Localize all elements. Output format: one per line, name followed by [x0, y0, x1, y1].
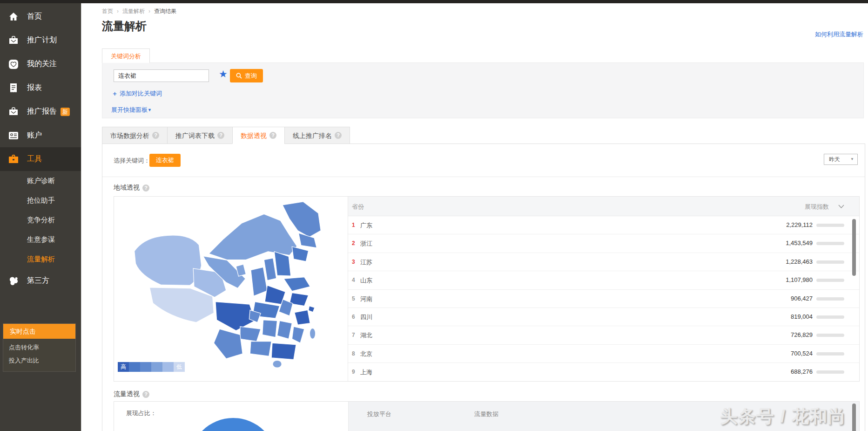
province-shape[interactable]	[251, 267, 267, 296]
question-icon[interactable]: ?	[269, 132, 276, 139]
breadcrumb-separator-icon: ›	[148, 8, 150, 14]
traffic-data-column-header: 流量数据	[474, 410, 498, 418]
province-shape[interactable]	[214, 329, 242, 359]
province-row[interactable]: 3江苏1,228,463	[348, 253, 859, 271]
tab-线上推广排名[interactable]: 线上推广排名?	[284, 127, 350, 144]
province-rank: 4	[352, 277, 355, 283]
province-row[interactable]: 5河南906,427	[348, 290, 859, 308]
province-row[interactable]: 6四川819,004	[348, 308, 859, 326]
metric-column-header[interactable]: 展现指数	[805, 203, 829, 211]
province-value: 906,427	[791, 295, 813, 302]
province-row[interactable]: 1广东2,229,112	[348, 216, 859, 234]
traffic-table-scrollbar[interactable]	[852, 404, 856, 431]
sidebar-item-label: 推广报告	[27, 107, 57, 116]
province-shape[interactable]	[240, 327, 261, 342]
question-icon[interactable]: ?	[142, 185, 149, 192]
province-shape[interactable]	[262, 320, 277, 337]
breadcrumb-separator-icon: ›	[117, 8, 119, 14]
province-row[interactable]: 7湖北726,829	[348, 326, 859, 344]
sidebar-subitem-traffic-analysis[interactable]: 流量解析	[0, 249, 81, 269]
account-icon	[7, 130, 20, 142]
breadcrumb-item[interactable]: 首页	[102, 8, 113, 14]
share-pie-chart[interactable]	[189, 418, 277, 431]
province-name: 北京	[360, 350, 372, 358]
traffic-heading-label: 流量透视	[114, 390, 140, 398]
province-shape[interactable]	[250, 342, 271, 356]
sidebar-subitem-account-diagnosis[interactable]: 账户诊断	[0, 171, 81, 191]
sidebar-subitem-business-advisor[interactable]: 生意参谋	[0, 230, 81, 249]
sidebar-footer-item[interactable]: 点击转化率	[3, 339, 75, 352]
keyword-input[interactable]	[114, 69, 209, 82]
sidebar-item-tools[interactable]: 工具	[0, 147, 81, 171]
province-shape[interactable]	[295, 310, 310, 325]
province-list-scrollbar[interactable]	[852, 219, 856, 276]
sidebar-item-promotion-plan[interactable]: 推广计划	[0, 28, 81, 52]
province-shape[interactable]	[264, 258, 276, 280]
province-shape[interactable]	[149, 287, 214, 322]
chevron-down-icon[interactable]	[838, 205, 844, 208]
help-link[interactable]: 如何利用流量解析	[815, 30, 863, 39]
sidebar-item-third-party[interactable]: 第三方	[0, 269, 81, 293]
sidebar-item-label: 账户	[27, 130, 42, 140]
tab-市场数据分析[interactable]: 市场数据分析?	[102, 127, 168, 144]
province-bar	[816, 334, 844, 337]
tab-keyword-analysis[interactable]: 关键词分析	[102, 48, 150, 63]
province-shape[interactable]	[209, 214, 297, 260]
province-name: 江苏	[360, 258, 372, 267]
province-shape[interactable]	[292, 327, 304, 343]
tab-数据透视[interactable]: 数据透视?	[232, 127, 285, 144]
province-shape[interactable]	[277, 321, 292, 339]
sidebar-item-home[interactable]: 首页	[0, 5, 81, 28]
expand-quick-panel-link[interactable]: 展开快捷面板▼	[111, 106, 152, 114]
province-value: 819,004	[791, 313, 813, 320]
breadcrumb-item[interactable]: 流量解析	[122, 8, 145, 14]
date-filter-select[interactable]: 昨天 ▼	[824, 154, 858, 165]
sidebar-subitem-seat-assistant[interactable]: 抢位助手	[0, 191, 81, 210]
province-name: 四川	[360, 313, 372, 322]
region-section-heading: 地域透视 ?	[114, 184, 149, 192]
province-shape[interactable]	[283, 202, 321, 237]
province-shape[interactable]	[292, 246, 308, 261]
promotion-plan-icon	[7, 34, 20, 47]
province-value: 1,453,549	[786, 239, 813, 246]
sidebar-footer-items: 点击转化率投入产出比	[3, 339, 75, 365]
question-icon[interactable]: ?	[217, 132, 224, 139]
tab-label: 市场数据分析	[110, 127, 149, 144]
province-row[interactable]: 9上海688,276	[348, 363, 859, 381]
region-heading-label: 地域透视	[114, 184, 140, 192]
province-shape[interactable]	[273, 360, 282, 368]
tab-label: 数据透视	[241, 127, 267, 144]
province-row[interactable]: 8北京700,524	[348, 345, 859, 363]
province-bar	[816, 370, 844, 374]
question-icon[interactable]: ?	[142, 391, 149, 398]
selected-keyword-chip[interactable]: 连衣裙	[149, 154, 181, 167]
province-shape[interactable]	[310, 328, 315, 339]
province-row[interactable]: 2浙江1,453,549	[348, 234, 859, 253]
china-map[interactable]	[116, 198, 346, 376]
province-bar	[816, 224, 844, 227]
province-bar	[816, 297, 844, 301]
window-top-strip	[0, 0, 868, 3]
sidebar-item-promotion-report[interactable]: 推广报告新	[0, 100, 81, 123]
sidebar-footer-item[interactable]: 投入产出比	[3, 352, 75, 365]
province-row[interactable]: 4山东1,107,980	[348, 271, 859, 289]
realtime-click-header[interactable]: 实时点击	[3, 324, 75, 339]
tab-推广词表下载[interactable]: 推广词表下载?	[167, 127, 233, 144]
province-shape[interactable]	[284, 277, 310, 291]
reports-icon	[7, 82, 20, 94]
add-compare-keyword-link[interactable]: ＋添加对比关键词	[112, 89, 162, 98]
question-icon[interactable]: ?	[335, 132, 342, 139]
dropdown-caret-icon: ▼	[850, 154, 854, 164]
favorite-star-icon[interactable]: ★	[219, 68, 228, 80]
sidebar-item-reports[interactable]: 报表	[0, 76, 81, 100]
province-shape[interactable]	[271, 343, 296, 359]
query-button[interactable]: 查询	[230, 69, 263, 82]
sidebar-item-my-follow[interactable]: 我的关注	[0, 52, 81, 76]
province-shape[interactable]	[135, 235, 202, 285]
sidebar-subitem-competition-analysis[interactable]: 竞争分析	[0, 210, 81, 230]
sidebar-item-account[interactable]: 账户	[0, 123, 81, 147]
province-name: 河南	[360, 295, 372, 303]
province-shape[interactable]	[309, 306, 315, 312]
province-shape[interactable]	[215, 302, 255, 331]
question-icon[interactable]: ?	[152, 132, 159, 139]
